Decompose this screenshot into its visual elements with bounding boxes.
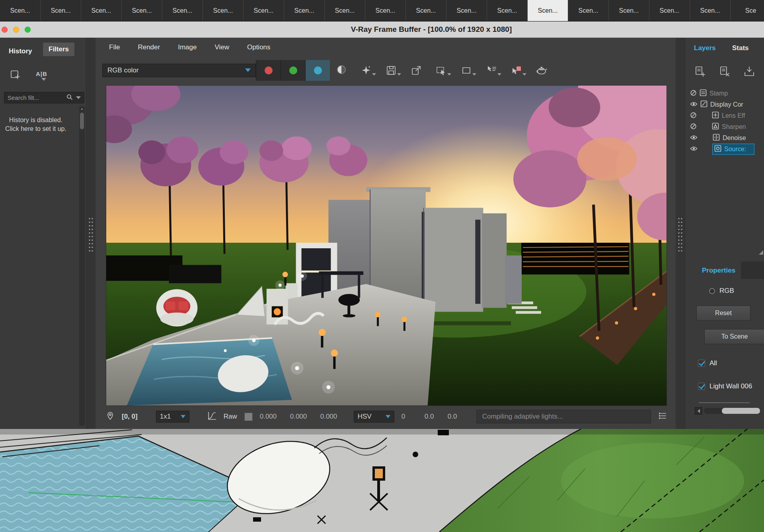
to-scene-button[interactable]: To Scene — [704, 329, 764, 344]
track-mouse-flag-icon[interactable] — [486, 65, 497, 76]
save-layer-tree-icon[interactable] — [743, 66, 755, 79]
layer-row-lens-effects[interactable]: Lens Eff — [685, 110, 764, 121]
tab-history[interactable]: History — [5, 45, 36, 58]
layer-row-source[interactable]: Source: — [685, 144, 764, 155]
region-render-icon[interactable] — [436, 65, 447, 76]
visibility-off-icon[interactable] — [690, 123, 697, 131]
layers-horizontal-scrollbar[interactable] — [695, 407, 760, 415]
tab-stats[interactable]: Stats — [732, 44, 749, 52]
raw-color-swatch[interactable] — [244, 413, 253, 421]
layer-row-stamp[interactable]: Stamp — [685, 88, 764, 99]
pixel-probe-icon[interactable] — [511, 65, 522, 76]
window-tab[interactable]: Scen... — [284, 0, 325, 21]
window-tab[interactable]: Scen... — [568, 0, 609, 21]
menu-options[interactable]: Options — [247, 43, 271, 51]
red-channel-icon — [265, 66, 273, 74]
window-tab[interactable]: Scen... — [365, 0, 406, 21]
visibility-on-icon[interactable] — [690, 146, 698, 153]
window-tab[interactable]: Scen... — [487, 0, 528, 21]
menu-view[interactable]: View — [214, 43, 229, 51]
rgb-option-row[interactable]: RGB — [709, 287, 734, 295]
drag-handle-dots[interactable] — [88, 217, 94, 253]
window-tab[interactable]: Scen... — [406, 0, 446, 21]
radio-icon[interactable] — [709, 288, 715, 294]
window-tab[interactable]: Scen... — [649, 0, 690, 21]
ab-compare-icon[interactable]: A|B — [36, 70, 47, 77]
zoom-dropdown[interactable]: 1x1 — [156, 411, 189, 423]
render-viewport[interactable] — [106, 85, 667, 406]
history-search-input[interactable]: Search filt... — [4, 92, 84, 103]
window-tab[interactable]: Scen... — [162, 0, 203, 21]
display-correction-icon[interactable] — [207, 411, 216, 423]
window-tab[interactable]: Sce — [731, 0, 764, 21]
scrollbar-thumb[interactable] — [722, 408, 760, 414]
value-hue: 0 — [401, 413, 417, 421]
window-tab[interactable]: Scen... — [325, 0, 365, 21]
window-tab[interactable]: Scen... — [122, 0, 162, 21]
window-tab-label: Scen... — [92, 7, 111, 14]
reset-button[interactable]: Reset — [696, 306, 750, 321]
properties-tab-rest[interactable] — [741, 261, 764, 279]
export-image-icon[interactable] — [411, 65, 422, 76]
search-filter-caret[interactable] — [76, 96, 81, 99]
history-disabled-message[interactable]: History is disabled. Click here to set i… — [0, 116, 72, 133]
modeling-app-viewport[interactable] — [0, 429, 764, 532]
render-last-icon[interactable] — [361, 65, 372, 76]
window-tab[interactable]: Scen... — [528, 0, 568, 21]
remove-layer-icon[interactable] — [719, 66, 731, 79]
save-history-icon[interactable] — [10, 69, 21, 82]
panel-splitter-right[interactable] — [676, 38, 685, 429]
window-tab[interactable]: Scen... — [81, 0, 122, 21]
window-tab[interactable]: Scen... — [446, 0, 487, 21]
layer-row-denoiser[interactable]: Denoise — [685, 133, 764, 144]
visibility-on-icon[interactable] — [690, 101, 698, 108]
properties-title: Properties — [702, 267, 735, 275]
selected-layer-highlight[interactable]: Source: — [713, 144, 754, 154]
visibility-off-icon[interactable] — [690, 112, 697, 120]
drag-handle-dots[interactable] — [677, 217, 683, 253]
green-channel-button[interactable] — [281, 60, 305, 81]
visibility-on-icon[interactable] — [690, 134, 698, 142]
menu-image[interactable]: Image — [178, 43, 197, 51]
checkbox-checked-icon[interactable] — [698, 383, 705, 390]
visibility-off-icon[interactable] — [690, 90, 697, 98]
ab-compare-dropdown-caret[interactable] — [41, 81, 46, 88]
follow-mouse-icon[interactable] — [461, 65, 472, 76]
resize-grip[interactable] — [759, 250, 763, 255]
checkbox-row-light-wall[interactable]: Light Wall 006 — [698, 382, 752, 390]
render-log-icon[interactable] — [658, 411, 667, 422]
checkbox-checked-icon[interactable] — [698, 360, 705, 367]
window-tab-label: Scen... — [619, 7, 639, 14]
checkbox-row-all[interactable]: All — [698, 359, 717, 367]
scrollbar-track[interactable] — [704, 408, 760, 414]
window-tab[interactable]: Scen... — [244, 0, 284, 21]
window-tab[interactable]: Scen... — [690, 0, 731, 21]
window-tab[interactable]: Scen... — [0, 0, 41, 21]
window-tab[interactable]: Scen... — [41, 0, 81, 21]
tab-filters[interactable]: Filters — [43, 43, 74, 56]
add-layer-icon[interactable] — [694, 66, 706, 79]
color-space-dropdown[interactable]: HSV — [354, 411, 394, 423]
menu-file[interactable]: File — [109, 43, 120, 51]
pixel-pin-icon[interactable] — [106, 411, 115, 422]
mono-display-icon[interactable] — [336, 64, 347, 76]
panel-splitter-left[interactable] — [86, 38, 96, 429]
ipr-teapot-icon[interactable] — [536, 65, 547, 76]
close-window-button[interactable] — [2, 27, 8, 33]
window-tab[interactable]: Scen... — [203, 0, 244, 21]
channel-selector-dropdown[interactable]: RGB color — [102, 64, 256, 77]
history-scrollbar[interactable]: ▲ — [79, 106, 85, 426]
layer-row-sharpen[interactable]: Sharpen — [685, 121, 764, 133]
blue-channel-button[interactable] — [305, 60, 330, 81]
scroll-left-button[interactable] — [695, 407, 702, 415]
window-tab[interactable]: Scen... — [609, 0, 649, 21]
tab-layers[interactable]: Layers — [694, 44, 716, 52]
window-titlebar: V-Ray Frame Buffer - [100.0% of 1920 x 1… — [0, 21, 764, 38]
layer-row-display-correction[interactable]: Display Cor — [685, 99, 764, 110]
minimize-window-button[interactable] — [13, 27, 19, 33]
save-image-icon[interactable] — [386, 65, 397, 76]
menu-render[interactable]: Render — [138, 43, 160, 51]
scrollbar-thumb[interactable] — [80, 113, 84, 129]
red-channel-button[interactable] — [256, 60, 281, 81]
zoom-window-button[interactable] — [25, 27, 31, 33]
